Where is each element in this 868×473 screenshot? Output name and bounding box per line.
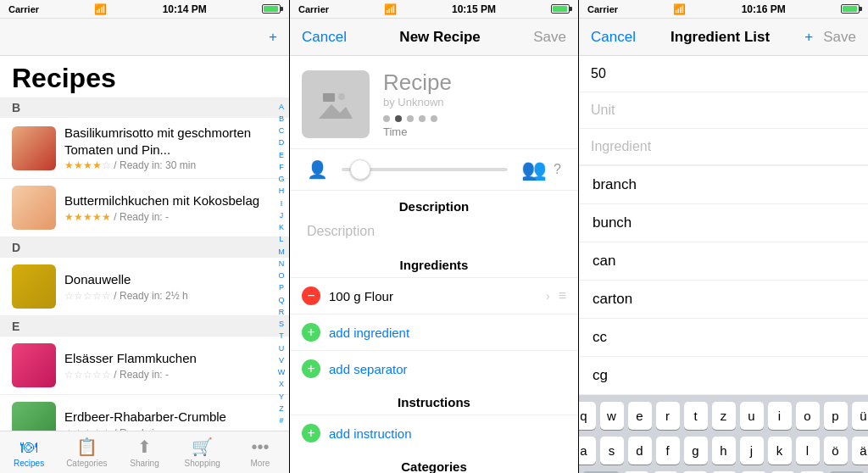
key-o[interactable]: o xyxy=(796,402,820,430)
battery-3 xyxy=(841,4,860,14)
unit-input[interactable] xyxy=(591,99,856,121)
key-d[interactable]: d xyxy=(628,437,652,465)
alpha-w[interactable]: W xyxy=(278,369,286,376)
unit-dropdown: branch bunch can carton cc cg xyxy=(579,165,868,395)
remove-ingredient-button[interactable]: − xyxy=(302,287,320,305)
alpha-t[interactable]: T xyxy=(279,332,284,340)
carrier-1: Carrier xyxy=(8,4,39,14)
dropdown-item-can[interactable]: can xyxy=(579,242,868,281)
list-item[interactable]: Basilikumrisotto mit geschmorten Tomaten… xyxy=(0,118,289,179)
alpha-g[interactable]: G xyxy=(278,175,284,183)
key-u[interactable]: u xyxy=(740,402,764,430)
key-s[interactable]: s xyxy=(600,437,624,465)
panel3-title: Ingredient List xyxy=(670,29,770,46)
nav-bar-3: Cancel Ingredient List + Save xyxy=(579,19,868,56)
dropdown-item-branch[interactable]: branch xyxy=(579,166,868,204)
ingredient-input[interactable] xyxy=(591,136,856,158)
add-separator-plus-icon[interactable]: + xyxy=(302,359,320,378)
key-h[interactable]: h xyxy=(712,437,736,465)
add-recipe-button[interactable]: + xyxy=(269,29,277,46)
save-button[interactable]: Save xyxy=(533,29,566,46)
alpha-y[interactable]: Y xyxy=(279,393,284,401)
add-ingredient-plus-icon[interactable]: + xyxy=(302,323,320,342)
key-ue[interactable]: ü xyxy=(852,402,869,430)
recipes-list: B Basilikumrisotto mit geschmorten Tomat… xyxy=(0,97,289,431)
recipe-thumbnail xyxy=(12,343,56,387)
alpha-o[interactable]: O xyxy=(278,272,284,280)
alpha-q[interactable]: Q xyxy=(278,297,284,304)
serving-slider[interactable] xyxy=(342,168,508,171)
alpha-r[interactable]: R xyxy=(279,309,285,316)
dropdown-item-carton[interactable]: carton xyxy=(579,281,868,319)
alpha-p[interactable]: P xyxy=(279,284,284,292)
key-w[interactable]: w xyxy=(600,402,624,430)
ingredient-cancel-button[interactable]: Cancel xyxy=(591,29,636,46)
alpha-b[interactable]: B xyxy=(279,115,284,123)
key-p[interactable]: p xyxy=(824,402,848,430)
tab-recipes[interactable]: 🍽 Recipes xyxy=(0,431,58,473)
dropdown-item-cc[interactable]: cc xyxy=(579,319,868,357)
add-instruction-plus-icon[interactable]: + xyxy=(302,424,320,442)
add-ingredient-row[interactable]: + add ingredient xyxy=(290,314,578,350)
key-t[interactable]: t xyxy=(684,402,708,430)
ingredient-save-button[interactable]: Save xyxy=(823,29,856,46)
key-oe[interactable]: ö xyxy=(824,437,848,465)
key-f[interactable]: f xyxy=(656,437,680,465)
ingredient-row[interactable]: − 100 g Flour › ≡ xyxy=(290,277,578,314)
dropdown-item-bunch[interactable]: bunch xyxy=(579,204,868,242)
tab-sharing[interactable]: ⬆ Sharing xyxy=(115,431,173,473)
alpha-f[interactable]: F xyxy=(279,164,284,171)
alpha-h[interactable]: H xyxy=(279,187,285,195)
key-q[interactable]: q xyxy=(579,402,596,430)
key-i[interactable]: i xyxy=(768,402,792,430)
key-e[interactable]: e xyxy=(628,402,652,430)
cancel-button[interactable]: Cancel xyxy=(302,29,347,46)
key-g[interactable]: g xyxy=(684,437,708,465)
recipe-name: Donauwelle xyxy=(64,271,277,288)
alpha-k[interactable]: K xyxy=(279,224,284,231)
key-z[interactable]: z xyxy=(712,402,736,430)
alpha-x[interactable]: X xyxy=(279,381,284,388)
tab-shopping[interactable]: 🛒 Shopping xyxy=(174,431,231,473)
svg-point-3 xyxy=(338,93,345,100)
alpha-a[interactable]: A xyxy=(279,103,284,111)
list-item[interactable]: Erdbeer-Rhabarber-Crumble ★★★★★ / Ready … xyxy=(0,395,289,431)
list-item[interactable]: Buttermilchkuchen mit Kokosbelag ★★★★★ /… xyxy=(0,179,289,237)
list-item[interactable]: Donauwelle ☆☆☆☆☆ / Ready in: 2½ h xyxy=(0,258,289,316)
alpha-s[interactable]: S xyxy=(279,320,284,328)
key-ae[interactable]: ä xyxy=(852,437,869,465)
alpha-j[interactable]: J xyxy=(280,212,284,220)
alpha-l[interactable]: L xyxy=(279,236,283,243)
alpha-z[interactable]: Z xyxy=(279,405,284,413)
quantity-input[interactable] xyxy=(591,63,856,85)
alpha-hash[interactable]: # xyxy=(279,417,283,425)
alpha-index[interactable]: A B C D E F G H I J K L M N O P Q R S T … xyxy=(275,97,287,431)
tab-shopping-label: Shopping xyxy=(185,459,220,468)
key-l[interactable]: l xyxy=(796,437,820,465)
alpha-v[interactable]: V xyxy=(279,357,284,364)
alpha-n[interactable]: N xyxy=(279,260,285,268)
alpha-i[interactable]: I xyxy=(281,200,283,208)
key-a[interactable]: a xyxy=(579,437,596,465)
alpha-c[interactable]: C xyxy=(279,127,285,135)
description-placeholder[interactable]: Description xyxy=(290,219,578,249)
dropdown-item-cg[interactable]: cg xyxy=(579,357,868,395)
alpha-u[interactable]: U xyxy=(279,345,285,353)
add-instruction-row[interactable]: + add instruction xyxy=(290,415,578,451)
time-1: 10:14 PM xyxy=(163,3,207,15)
recipe-image[interactable] xyxy=(302,70,370,138)
key-r[interactable]: r xyxy=(656,402,680,430)
sharing-icon: ⬆ xyxy=(137,437,152,457)
add-separator-row[interactable]: + add separator xyxy=(290,350,578,387)
alpha-m[interactable]: M xyxy=(278,248,285,256)
recipe-name-placeholder: Recipe xyxy=(383,70,566,96)
recipe-thumbnail xyxy=(12,186,56,230)
tab-categories[interactable]: 📋 Categories xyxy=(58,431,115,473)
alpha-e[interactable]: E xyxy=(279,152,284,159)
key-j[interactable]: j xyxy=(740,437,764,465)
list-item[interactable]: Elsässer Flammkuchen ☆☆☆☆☆ / Ready in: - xyxy=(0,337,289,395)
add-ingredient-list-button[interactable]: + xyxy=(804,29,813,46)
tab-more[interactable]: ••• More xyxy=(231,431,289,473)
alpha-d[interactable]: D xyxy=(279,139,285,147)
key-k[interactable]: k xyxy=(768,437,792,465)
